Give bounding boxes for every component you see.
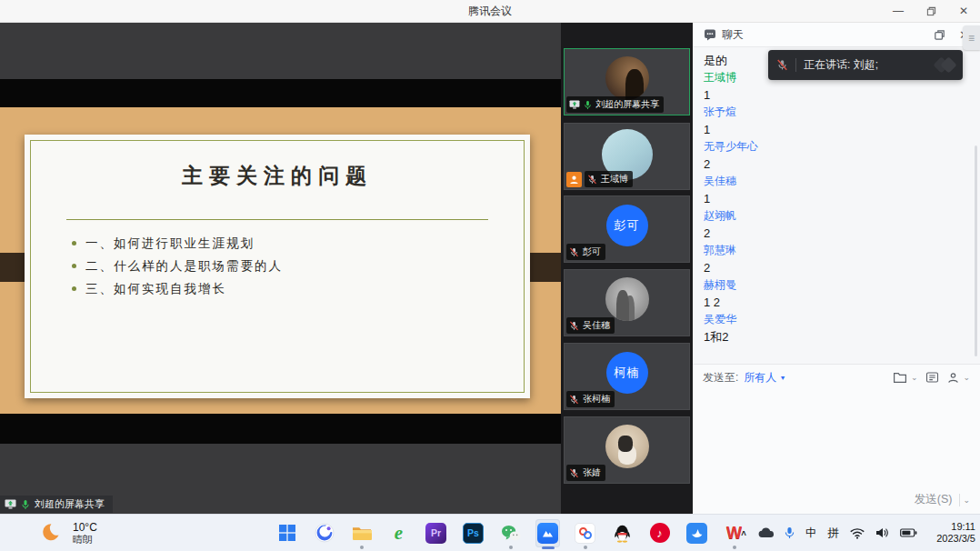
tray-clock[interactable]: 19:11 2023/3/5 <box>928 521 975 546</box>
chat-message: 1和2 <box>704 328 969 346</box>
windows-logo-icon <box>279 525 295 541</box>
tencent-meeting-icon <box>537 523 558 544</box>
restore-icon <box>926 6 936 16</box>
avatar: 柯楠 <box>606 352 648 394</box>
participant-label: 王域博 <box>585 171 633 187</box>
slide-letterbox-bottom <box>0 414 561 444</box>
tray-expand-icon[interactable]: ∧ <box>740 528 747 537</box>
battery-icon[interactable] <box>900 528 917 537</box>
mic-muted-icon <box>569 395 579 405</box>
chat-message-list: 是的 王域博 1 张予煊 1 无寻少年心 2 吴佳穗 1 赵翊帆 2 郭慧琳 2… <box>693 47 980 364</box>
host-badge <box>566 172 582 187</box>
qq-penguin-icon <box>614 524 631 543</box>
participant-label: 刘超的屏幕共享 <box>566 96 664 113</box>
chat-sender-name: 郭慧琳 <box>704 242 969 259</box>
tencent-meeting-app[interactable] <box>535 519 560 547</box>
photoshop-app[interactable]: Ps <box>461 519 485 547</box>
chat-sender-name: 张予煊 <box>704 104 969 121</box>
system-tray: ∧ 中 拼 19:11 2023/3/5 <box>740 515 975 551</box>
wechat-app[interactable] <box>498 519 523 547</box>
chat-message: 2 <box>704 225 969 242</box>
minimize-button[interactable]: — <box>891 0 905 23</box>
video-tile-zhangjing[interactable]: 张婧 <box>564 416 690 484</box>
browser-icon <box>315 523 335 543</box>
cloud-icon[interactable] <box>758 527 774 538</box>
chat-message: 1 <box>704 121 969 138</box>
window-title: 腾讯会议 <box>0 0 980 23</box>
slide-decoration-right <box>526 253 561 282</box>
send-to-dropdown[interactable]: 所有人 ▼ <box>744 370 786 386</box>
slide-title: 主要关注的问题 <box>25 162 530 190</box>
running-indicator <box>509 546 513 549</box>
screen-share-icon <box>5 499 16 509</box>
avatar: 彭可 <box>606 205 648 246</box>
chat-scrollbar[interactable] <box>975 145 977 356</box>
popout-icon[interactable] <box>934 29 945 41</box>
panel-collapse-handle[interactable]: ≡ <box>963 25 980 50</box>
chat-sender-name: 赫栩曼 <box>704 276 969 294</box>
slide-bullet-list: 一、如何进行职业生涯规划 二、什么样的人是职场需要的人 三、如何实现自我增长 <box>72 232 283 300</box>
video-tile-wangyubo[interactable]: 王域博 <box>564 123 690 190</box>
video-tile-liuchao[interactable]: 刘超的屏幕共享 <box>564 48 690 115</box>
slide-bullet: 三、如何实现自我增长 <box>72 277 283 300</box>
video-tile-wujiasui[interactable]: 吴佳穗 <box>564 269 690 336</box>
chat-bubble-icon <box>704 28 716 41</box>
mention-person-icon[interactable] <box>947 372 959 384</box>
browser-app[interactable] <box>312 519 336 547</box>
participant-label: 彭可 <box>566 244 605 260</box>
chevron-down-icon[interactable]: ⌄ <box>963 496 970 505</box>
volume-icon[interactable] <box>875 527 889 538</box>
screen-share-icon <box>569 100 580 109</box>
ime-pinyin-indicator[interactable]: 拼 <box>828 526 840 541</box>
qq-app[interactable] <box>610 519 635 547</box>
window-controls: — ✕ <box>891 0 971 23</box>
participant-label: 张柯楠 <box>566 391 615 407</box>
bullet-dot <box>72 241 76 245</box>
taskbar: 10°C 晴朗 e Pr Ps <box>0 514 980 551</box>
file-icon[interactable] <box>893 371 907 384</box>
participant-label: 吴佳穗 <box>566 317 615 334</box>
tray-time: 19:11 <box>928 521 975 534</box>
file-explorer-app[interactable] <box>349 519 374 547</box>
speaking-toast-text: 正在讲话: 刘超; <box>804 57 878 73</box>
mic-muted-icon <box>569 247 579 257</box>
internet-explorer-app[interactable]: e <box>386 519 411 547</box>
participant-label: 张婧 <box>566 465 605 481</box>
dropdown-arrow-icon: ▼ <box>780 374 786 381</box>
send-button[interactable]: 发送(S) <box>915 492 953 507</box>
chat-message: 2 <box>704 259 969 276</box>
hamburger-icon: ≡ <box>968 32 975 45</box>
chevron-down-icon[interactable]: ⌄ <box>911 373 918 382</box>
rings-app[interactable] <box>573 519 597 547</box>
wifi-icon[interactable] <box>850 527 865 539</box>
chat-input-area[interactable]: 发送(S) ⌄ <box>693 390 980 514</box>
chevron-down-icon[interactable]: ⌄ <box>963 373 970 382</box>
netease-music-app[interactable]: ♪ <box>647 519 672 547</box>
wechat-icon <box>501 525 521 542</box>
chat-panel: 聊天 ✕ 是的 王域博 1 张予煊 1 无寻少年心 2 吴佳穗 1 赵翊帆 2 … <box>693 23 980 514</box>
titlebar: 腾讯会议 — ✕ <box>0 0 980 23</box>
video-tile-pengke[interactable]: 彭可 彭可 <box>564 195 690 263</box>
screen-share-banner: 刘超的屏幕共享 <box>0 496 113 513</box>
bullet-dot <box>72 286 76 291</box>
xunlei-app[interactable] <box>685 519 709 547</box>
screen-share-banner-text: 刘超的屏幕共享 <box>35 497 105 511</box>
weather-widget[interactable]: 10°C 晴朗 <box>43 515 97 551</box>
close-button[interactable]: ✕ <box>956 0 971 23</box>
premiere-app[interactable]: Pr <box>424 519 448 547</box>
mic-tray-icon[interactable] <box>785 526 795 539</box>
restore-button[interactable] <box>924 0 938 23</box>
start-button[interactable] <box>275 519 299 547</box>
video-tile-zhangkenan[interactable]: 柯楠 张柯楠 <box>564 343 690 410</box>
chat-header: 聊天 ✕ <box>693 23 980 47</box>
slide-divider <box>66 219 488 220</box>
premiere-icon: Pr <box>425 523 446 544</box>
screenshot-icon[interactable] <box>925 371 939 384</box>
running-indicator <box>360 546 364 549</box>
taskbar-dock: e Pr Ps <box>275 515 746 551</box>
active-indicator <box>542 546 555 549</box>
ime-language-indicator[interactable]: 中 <box>805 526 817 541</box>
chat-sender-name: 吴佳穗 <box>704 173 969 190</box>
toast-divider <box>795 58 796 72</box>
chat-message: 1 <box>704 86 969 104</box>
